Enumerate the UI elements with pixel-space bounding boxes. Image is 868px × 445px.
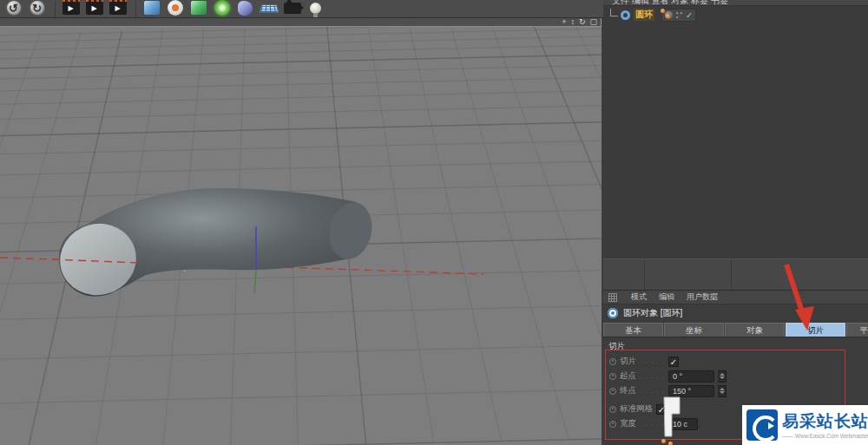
deformer-icon[interactable] <box>234 0 256 18</box>
leader-dots: . . . . . <box>640 420 665 428</box>
object-name-torus[interactable]: 圆环 <box>634 9 654 21</box>
light-icon[interactable] <box>305 0 326 18</box>
torus-object[interactable] <box>0 27 602 445</box>
object-manager-empty-area[interactable] <box>603 23 868 258</box>
camera-icon[interactable] <box>281 0 303 18</box>
enable-check-icon[interactable]: ✓ <box>686 11 693 19</box>
watermark-subtitle: —— Www.Easck.Com Webmaster —— <box>782 433 868 439</box>
leader-dots: . . . . . <box>640 357 665 365</box>
attribute-object-title: 圆环对象 [圆环] <box>603 304 868 321</box>
tab-slice[interactable]: 切片 <box>786 323 845 337</box>
menu-mode[interactable]: 模式 <box>631 291 647 303</box>
object-manager-menu-items: 文件 编辑 查看 对象 标签 书签 <box>603 0 868 6</box>
keyframe-ring-icon[interactable] <box>609 358 616 365</box>
render-view-icon[interactable]: ▶ <box>60 0 82 18</box>
label-end: 终点 <box>620 385 636 396</box>
row-start-angle: 起点 . . . . . 0 ° <box>603 369 868 383</box>
column-divider <box>731 259 732 290</box>
tab-phong[interactable]: 平滑着色 <box>846 323 868 337</box>
watermark-title: 易采站长站 <box>782 412 868 431</box>
toolbar-separator <box>49 1 56 18</box>
primitive-cube-icon[interactable] <box>141 0 162 18</box>
keyframe-ring-icon[interactable] <box>609 406 616 413</box>
object-tree: 圆环 ✓ <box>603 6 868 23</box>
toggle-view-icon[interactable]: ▢ <box>589 17 597 26</box>
app-window: ↺ ↻ ▶ ▶ ▶ + ↕ ↻ ▢ <box>0 0 868 445</box>
render-region-icon[interactable]: ▶ <box>83 0 105 18</box>
width-field[interactable]: 10 c <box>668 418 698 430</box>
rotate-view-icon[interactable]: ↻ <box>579 17 586 26</box>
tab-basic[interactable]: 基本 <box>603 323 663 337</box>
subdivision-surface-icon[interactable] <box>187 0 209 18</box>
tree-elbow-icon <box>610 9 618 16</box>
leader-dots: . . . . . <box>640 387 665 395</box>
label-start: 起点 <box>620 370 636 382</box>
leader-dots: . . . . . <box>640 372 665 380</box>
pan-view-icon[interactable]: + <box>562 17 566 26</box>
orange-dot <box>661 439 666 443</box>
section-title-slice: 切片 <box>603 337 868 354</box>
torus-object-icon[interactable] <box>621 10 630 20</box>
keyframe-ring-icon[interactable] <box>609 373 616 380</box>
torus-object-disc-icon <box>608 308 618 318</box>
grid-handle-icon <box>608 293 617 302</box>
viewport-canvas[interactable] <box>0 27 602 445</box>
row-slice: 切片 . . . . . ✓ <box>603 354 868 369</box>
keyframe-ring-icon[interactable] <box>609 388 616 395</box>
object-manager-menubar[interactable]: 文件 编辑 查看 对象 标签 书签 <box>603 0 868 6</box>
enable-dot-icon[interactable] <box>666 14 670 18</box>
viewport-header: + ↕ ↻ ▢ <box>0 18 601 27</box>
display-dots-icon[interactable] <box>675 11 683 19</box>
start-angle-stepper[interactable] <box>718 370 727 383</box>
tab-coordinates[interactable]: 坐标 <box>664 323 724 337</box>
render-settings-icon[interactable]: ▶ <box>107 0 128 18</box>
viewport-perspective[interactable]: + ↕ ↻ ▢ <box>0 18 602 445</box>
slice-checkbox[interactable]: ✓ <box>668 357 679 367</box>
end-angle-field[interactable]: 150 ° <box>668 385 714 397</box>
start-angle-field[interactable]: 0 ° <box>668 370 714 383</box>
floor-environment-icon[interactable] <box>258 0 279 18</box>
easck-logo-icon <box>746 409 778 441</box>
keyframe-ring-icon[interactable] <box>609 421 616 428</box>
menu-user-data[interactable]: 用户数据 <box>687 291 718 303</box>
label-slice: 切片 <box>620 356 636 367</box>
menu-edit[interactable]: 编辑 <box>659 291 674 303</box>
axis-y-green[interactable] <box>254 270 256 293</box>
regular-grid-checkbox[interactable]: ✓ <box>656 404 667 415</box>
orange-dot <box>668 442 673 445</box>
row-end-angle: 终点 . . . . . 150 ° <box>603 383 868 398</box>
tab-object[interactable]: 对象 <box>725 323 785 337</box>
label-width: 宽度 <box>620 418 636 429</box>
enable-dot-icon[interactable] <box>661 9 665 13</box>
watermark: 易采站长站 —— Www.Easck.Com Webmaster —— <box>742 405 868 445</box>
material-manager-strip[interactable] <box>603 258 868 291</box>
attribute-tabs: 基本 坐标 对象 切片 平滑着色 <box>603 321 868 337</box>
end-angle-stepper[interactable] <box>718 385 727 397</box>
undo-icon[interactable]: ↺ <box>3 0 24 18</box>
toolbar-separator <box>129 1 136 18</box>
attribute-manager-menubar: 模式 编辑 用户数据 <box>603 291 868 304</box>
array-generator-icon[interactable] <box>211 0 233 18</box>
redo-icon[interactable]: ↻ <box>26 0 48 18</box>
object-title-text: 圆环对象 [圆环] <box>623 307 682 319</box>
label-regular-grid: 标准网格 <box>620 403 653 415</box>
spline-pen-icon[interactable] <box>164 0 186 18</box>
column-divider <box>644 259 645 290</box>
zoom-view-icon[interactable]: ↕ <box>570 17 575 26</box>
right-panel: 文件 编辑 查看 对象 标签 书签 圆环 ✓ 模式 编辑 用户 <box>603 0 868 445</box>
